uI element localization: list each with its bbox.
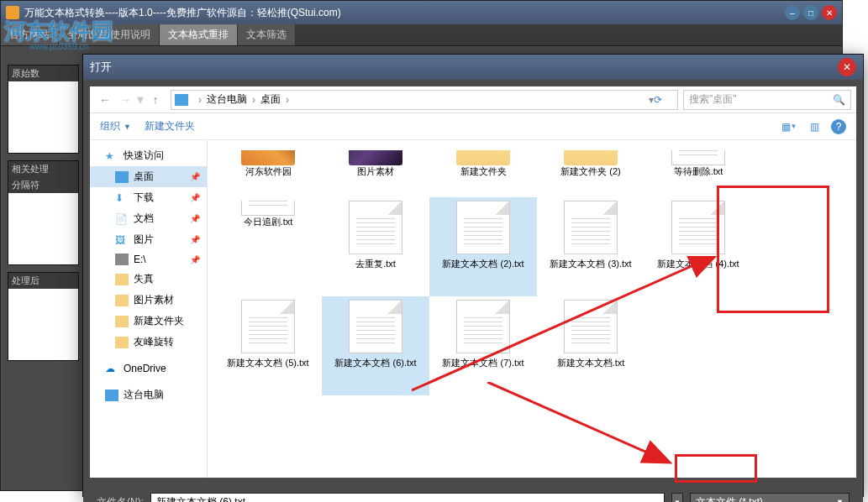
new-folder-button[interactable]: 新建文件夹 bbox=[145, 119, 195, 133]
pin-icon: 📌 bbox=[190, 172, 200, 181]
txt-file-icon bbox=[564, 201, 618, 254]
file-label: 新建文本文档 (7).txt bbox=[442, 357, 523, 369]
nav-sidebar: ★快速访问 桌面📌 ⬇下载📌 📄文档📌 🖼图片📌 E:\📌 失真 图片素材 新建… bbox=[90, 140, 208, 478]
watermark-url: www.pc0359.cn bbox=[29, 42, 88, 51]
file-label: 等待删除.txt bbox=[674, 165, 723, 178]
txt-file-icon bbox=[241, 300, 295, 353]
file-label: 今日追剧.txt bbox=[244, 216, 293, 228]
crumb-desktop[interactable]: 桌面 bbox=[260, 92, 281, 107]
file-item[interactable]: 等待删除.txt bbox=[644, 147, 752, 197]
file-label: 去重复.txt bbox=[355, 258, 396, 270]
sidebar-desktop[interactable]: 桌面📌 bbox=[90, 166, 207, 187]
forward-button[interactable]: → bbox=[115, 90, 135, 110]
file-item[interactable]: 新建文本文档 (3).txt bbox=[537, 197, 644, 296]
txt-file-icon bbox=[456, 201, 510, 254]
sidebar-lost[interactable]: 失真 bbox=[90, 269, 207, 290]
txt-file-icon bbox=[564, 300, 618, 353]
picture-icon: 🖼 bbox=[115, 234, 129, 246]
monitor-icon bbox=[175, 94, 188, 106]
sidebar-pictures[interactable]: 🖼图片📌 bbox=[90, 229, 207, 250]
file-item[interactable]: 去重复.txt bbox=[322, 197, 429, 296]
sidebar-youfeng[interactable]: 友峰旋转 bbox=[90, 332, 207, 353]
txt-file-icon bbox=[349, 201, 402, 254]
txt-file-icon bbox=[349, 300, 402, 353]
sidebar-drive-e[interactable]: E:\📌 bbox=[90, 250, 207, 269]
file-label: 新建文本文档.txt bbox=[557, 357, 625, 369]
txt-file-icon bbox=[456, 300, 510, 353]
tab-filter[interactable]: 文本筛选 bbox=[238, 24, 296, 45]
file-list: 河东软件园图片素材新建文件夹新建文件夹 (2)等待删除.txt今日追剧.txt去… bbox=[208, 140, 856, 478]
file-item[interactable]: 今日追剧.txt bbox=[214, 197, 322, 248]
maximize-button[interactable]: □ bbox=[803, 5, 818, 20]
search-input[interactable]: 搜索"桌面" 🔍 bbox=[683, 90, 851, 110]
star-icon: ★ bbox=[105, 150, 118, 162]
dialog-titlebar: 打开 ✕ bbox=[83, 55, 863, 80]
search-icon: 🔍 bbox=[833, 94, 845, 106]
file-label: 图片素材 bbox=[357, 165, 394, 178]
desktop-icon bbox=[115, 171, 129, 183]
help-icon[interactable]: ? bbox=[831, 119, 846, 134]
open-file-dialog: 打开 ✕ ← → ▾ ↑ › 这台电脑 › 桌面 › ▾ ⟳ 搜索"桌面" 🔍 bbox=[82, 54, 864, 497]
back-button[interactable]: ← bbox=[95, 90, 115, 110]
filetype-dropdown[interactable]: 文本文件 (*.txt)▼ bbox=[690, 493, 850, 502]
view-icons-button[interactable]: ▦ ▼ bbox=[781, 120, 797, 133]
close-button[interactable]: ✕ bbox=[822, 5, 837, 20]
sidebar-documents[interactable]: 📄文档📌 bbox=[90, 208, 207, 229]
file-label: 新建文件夹 (2) bbox=[560, 165, 621, 178]
drive-icon bbox=[115, 254, 129, 265]
file-item[interactable]: 新建文本文档 (5).txt bbox=[214, 296, 322, 395]
sidebar-picmat[interactable]: 图片素材 bbox=[90, 290, 207, 311]
file-label: 新建文件夹 bbox=[460, 165, 507, 178]
file-label: 新建文本文档 (3).txt bbox=[550, 258, 631, 270]
crumb-pc[interactable]: 这台电脑 bbox=[207, 92, 247, 107]
file-item[interactable]: 新建文件夹 (2) bbox=[537, 147, 644, 197]
file-label: 新建文本文档 (5).txt bbox=[227, 357, 308, 369]
file-label: 河东软件园 bbox=[245, 165, 292, 178]
file-item[interactable]: 新建文本文档 (7).txt bbox=[429, 296, 537, 395]
sidebar-downloads[interactable]: ⬇下载📌 bbox=[90, 187, 207, 208]
toolbar-row: 组织 ▼ 新建文件夹 ▦ ▼ ▥ ? bbox=[90, 113, 856, 140]
minimize-button[interactable]: – bbox=[785, 5, 800, 20]
dialog-title: 打开 bbox=[90, 60, 112, 75]
filename-dropdown[interactable]: ▼ bbox=[671, 493, 683, 502]
panel-related: 相关处理 分隔符 bbox=[8, 160, 79, 265]
txt-file-icon bbox=[671, 201, 725, 254]
sidebar-quick-access[interactable]: ★快速访问 bbox=[90, 145, 207, 166]
tab-reformat[interactable]: 文本格式重排 bbox=[160, 24, 238, 45]
sidebar-newfolder[interactable]: 新建文件夹 bbox=[90, 311, 207, 332]
folder-icon bbox=[115, 337, 129, 348]
onedrive-icon: ☁ bbox=[105, 363, 118, 374]
file-item[interactable]: 河东软件园 bbox=[214, 147, 322, 197]
file-item[interactable]: 新建文本文档.txt bbox=[537, 296, 644, 395]
file-label: 新建文本文档 (4).txt bbox=[657, 258, 739, 270]
pc-icon bbox=[105, 390, 118, 401]
folder-icon bbox=[115, 316, 129, 327]
panel-result: 处理后 bbox=[8, 272, 79, 361]
filename-input[interactable] bbox=[150, 493, 665, 502]
refresh-icon[interactable]: ⟳ bbox=[654, 94, 674, 106]
organize-menu[interactable]: 组织 ▼ bbox=[100, 119, 131, 133]
search-placeholder: 搜索"桌面" bbox=[689, 92, 737, 107]
nav-bar: ← → ▾ ↑ › 这台电脑 › 桌面 › ▾ ⟳ 搜索"桌面" 🔍 bbox=[90, 86, 856, 113]
bg-titlebar: 万能文本格式转换----版本1.0----免费推广软件源自：轻松推(QStui.… bbox=[1, 1, 842, 24]
file-label: 新建文本文档 (6).txt bbox=[334, 357, 416, 369]
file-item[interactable]: 新建文件夹 bbox=[429, 147, 537, 197]
file-item[interactable]: 新建文本文档 (4).txt bbox=[644, 197, 752, 296]
filename-label: 文件名(N): bbox=[97, 495, 144, 503]
main-tabs: 官方网站 全局设置/使用说明 文本格式重排 文本筛选 bbox=[1, 24, 842, 46]
sidebar-onedrive[interactable]: ☁OneDrive bbox=[90, 359, 207, 378]
panel-original: 原始数 bbox=[8, 65, 79, 154]
dialog-close-button[interactable]: ✕ bbox=[838, 58, 856, 76]
document-icon: 📄 bbox=[115, 213, 129, 225]
sidebar-thispc[interactable]: 这台电脑 bbox=[90, 384, 207, 405]
up-button[interactable]: ↑ bbox=[145, 90, 166, 110]
view-details-button[interactable]: ▥ bbox=[806, 120, 823, 133]
breadcrumb[interactable]: › 这台电脑 › 桌面 › ▾ ⟳ bbox=[171, 90, 678, 110]
dialog-bottom-bar: 文件名(N): ▼ 文本文件 (*.txt)▼ 打开(O) ▼ 取消 bbox=[83, 484, 863, 502]
file-item[interactable]: 图片素材 bbox=[322, 147, 429, 197]
file-item[interactable]: 新建文本文档 (2).txt bbox=[429, 197, 537, 296]
download-icon: ⬇ bbox=[115, 192, 129, 204]
folder-icon bbox=[115, 274, 129, 285]
file-label: 新建文本文档 (2).txt bbox=[442, 258, 523, 270]
file-item[interactable]: 新建文本文档 (6).txt bbox=[322, 296, 429, 395]
